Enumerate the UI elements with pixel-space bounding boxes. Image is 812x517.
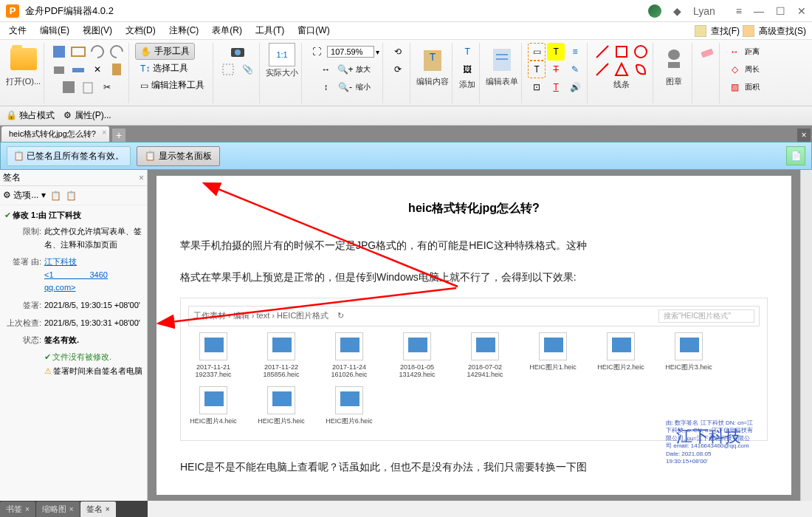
fit-width-icon[interactable]: ↔ <box>317 61 335 78</box>
menu-file[interactable]: 文件 <box>3 23 32 38</box>
f7-icon[interactable]: ⊡ <box>528 78 546 96</box>
menu-doc[interactable]: 文档(D) <box>120 23 162 38</box>
dist-icon[interactable]: ↔ <box>726 43 743 61</box>
scrollbar[interactable] <box>800 170 812 501</box>
svg-point-21 <box>668 49 680 60</box>
paste-icon[interactable] <box>108 61 125 78</box>
f6-icon[interactable]: ✎ <box>566 61 584 78</box>
doc-view-icon[interactable]: 📄 <box>786 146 805 165</box>
edit-content[interactable]: T <box>418 43 447 75</box>
close-button[interactable]: ✕ <box>797 5 806 17</box>
attach-icon[interactable]: 📎 <box>238 61 256 78</box>
document-page[interactable]: heic格式转化jpg怎么转? 苹果手机拍摄的照片有的时候不一定是JPG格式的，… <box>156 176 791 495</box>
signby-link2[interactable]: <1________3460 <box>44 270 108 279</box>
limit-key: 限制: <box>4 225 44 251</box>
line1-icon[interactable] <box>593 43 611 61</box>
doc-tab[interactable]: heic格式转化jpg怎么转?× <box>1 126 109 142</box>
shape2-icon[interactable] <box>632 43 650 61</box>
area-icon[interactable]: ▨ <box>726 78 743 96</box>
annotate-tool[interactable]: ▭编辑注释工具 <box>135 77 210 94</box>
zoomout-icon[interactable]: 🔍- <box>337 78 354 96</box>
menu-edit[interactable]: 编辑(E) <box>34 23 75 38</box>
camera-icon[interactable] <box>229 43 247 61</box>
print-icon[interactable] <box>50 61 68 78</box>
shape3-icon[interactable] <box>613 61 630 78</box>
rotate2-icon[interactable]: ⟳ <box>389 61 407 78</box>
menu-comment[interactable]: 注释(C) <box>163 23 205 38</box>
sig-verify-icon[interactable]: 📋 <box>50 191 61 201</box>
f9-icon[interactable]: 🔊 <box>566 78 584 96</box>
cut-icon[interactable]: ✂ <box>98 78 116 96</box>
actual-label: 实际大小 <box>266 67 298 78</box>
select-tool[interactable]: T↕选择工具 <box>135 60 193 77</box>
zoom-input[interactable] <box>327 46 374 58</box>
edit-form[interactable] <box>487 43 517 75</box>
sig-options[interactable]: ⚙ 选项... ▾ <box>3 189 46 202</box>
mail-icon[interactable] <box>69 43 87 61</box>
f1-icon[interactable]: ▭ <box>528 43 546 61</box>
zoomin-icon[interactable]: 🔍+ <box>337 61 354 78</box>
tab-bookmark[interactable]: 书签× <box>0 501 35 517</box>
stamp-tool[interactable] <box>659 43 689 75</box>
fit-page-icon[interactable]: ⛶ <box>308 43 326 61</box>
exclusive-mode[interactable]: 🔒 独占模式 <box>6 109 55 122</box>
rotate-icon[interactable]: ⟲ <box>389 43 407 61</box>
signby-link3[interactable]: qq.com> <box>44 283 76 292</box>
breadcrumb: 工作素材 › 编辑 › text › HEIC图片格式 <box>193 310 328 321</box>
sig-refresh-icon[interactable]: 📋 <box>66 191 77 201</box>
image-icon[interactable] <box>60 78 78 96</box>
text-icon[interactable]: T <box>458 43 476 61</box>
user-avatar[interactable] <box>648 4 661 18</box>
add-tab[interactable]: + <box>112 129 125 142</box>
f8-icon[interactable]: T <box>547 78 565 96</box>
minimize-button[interactable]: — <box>754 5 764 17</box>
properties[interactable]: ⚙ 属性(P)... <box>63 109 111 122</box>
file-item: 2018-07-02142941.heic <box>460 332 510 380</box>
menu-tool[interactable]: 工具(T) <box>250 23 290 38</box>
undo-icon[interactable] <box>89 43 106 61</box>
delete-icon[interactable]: ✕ <box>89 61 106 78</box>
menu-window[interactable]: 窗口(W) <box>292 23 335 38</box>
image2-icon[interactable]: 🖼 <box>458 61 476 78</box>
menu-form[interactable]: 表单(R) <box>206 23 248 38</box>
line2-icon[interactable] <box>593 61 611 78</box>
svg-rect-3 <box>72 68 84 72</box>
actual-size[interactable]: 1:1 <box>269 43 295 66</box>
shape4-icon[interactable] <box>632 61 650 78</box>
maximize-button[interactable]: ☐ <box>776 5 785 17</box>
f2-icon[interactable]: T <box>547 43 565 61</box>
eraser-icon[interactable] <box>698 43 716 61</box>
check-icon: ✔ <box>4 210 11 219</box>
close-all-tabs[interactable]: × <box>797 129 811 142</box>
signby-link1[interactable]: 江下科技 <box>44 257 77 266</box>
sig-panel-close[interactable]: × <box>139 173 144 183</box>
show-sig-panel-button[interactable]: 📋 显示签名面板 <box>137 146 219 166</box>
fit-height-icon[interactable]: ↕ <box>317 78 335 96</box>
find-link[interactable]: 查找(F) <box>711 25 740 38</box>
f5-icon[interactable]: T <box>547 61 565 78</box>
tab-signature[interactable]: 签名× <box>80 501 116 517</box>
copy-icon[interactable] <box>79 78 97 96</box>
open-button[interactable] <box>9 43 38 75</box>
menu-icon[interactable]: ≡ <box>736 5 742 17</box>
shape1-icon[interactable] <box>613 43 630 61</box>
tab-thumbnail[interactable]: 缩略图× <box>36 501 80 517</box>
f3-icon[interactable]: ≡ <box>566 43 584 61</box>
redo-icon[interactable] <box>108 43 125 61</box>
file-item: HEIC图片3.heic <box>664 332 714 380</box>
scan-icon[interactable] <box>69 61 87 78</box>
advfind-link[interactable]: 高级查找(S) <box>759 25 806 38</box>
save-icon[interactable] <box>50 43 68 61</box>
f4-icon[interactable]: T <box>528 61 546 78</box>
file-item: HEIC图片6.heic <box>324 386 374 425</box>
svg-rect-16 <box>616 47 627 57</box>
menu-view[interactable]: 视图(V) <box>77 23 118 38</box>
crop-icon[interactable] <box>219 61 237 78</box>
svg-line-15 <box>596 46 608 58</box>
file-item: HEIC图片1.heic <box>528 332 578 380</box>
hand-tool[interactable]: ✋手形工具 <box>135 43 195 60</box>
peri-icon[interactable]: ◇ <box>726 61 743 78</box>
zoom-dd[interactable]: ▾ <box>376 48 379 56</box>
tab-close-icon[interactable]: × <box>102 129 106 137</box>
doc-p2: 格式在苹果手机上预览是正常的，但是传到Windows电脑上就不行了，会得到以下效… <box>180 266 768 289</box>
